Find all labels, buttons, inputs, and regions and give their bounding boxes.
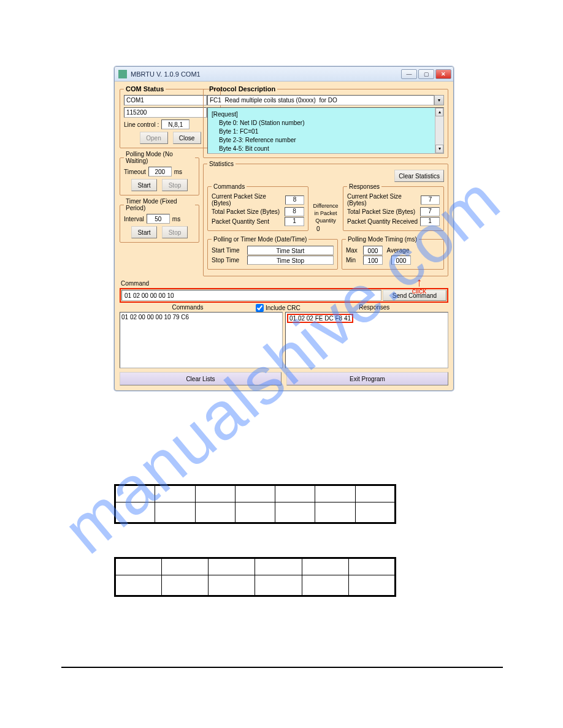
datetime-group: Polling or Timer Mode (Date/Time) Start … xyxy=(207,236,338,270)
app-window: MBRTU V. 1.0.9 COM1 — ▢ ✕ COM Status ▾ ▾ xyxy=(114,66,454,391)
min-label: Min xyxy=(346,257,361,264)
commands-list[interactable]: 01 02 00 00 00 10 79 C6 xyxy=(120,312,283,368)
starttime-label: Start Time xyxy=(212,247,245,254)
commands-stats-legend: Commands xyxy=(212,183,247,190)
interval-unit: ms xyxy=(172,216,180,222)
timing-group: Polling Mode Timing (ms) Max000 Average … xyxy=(342,236,444,270)
protocol-text-request: [Request] xyxy=(212,110,440,119)
scroll-up-icon[interactable]: ▴ xyxy=(435,108,443,116)
command-label: Command xyxy=(121,280,448,287)
timer-mode-legend: Timer Mode (Fixed Period) xyxy=(124,198,195,211)
close-port-button[interactable]: Close xyxy=(173,132,201,144)
polling-stop-button[interactable]: Stop xyxy=(162,179,188,191)
protocol-description-group: Protocol Description ▾ [Request] Byte 0:… xyxy=(203,85,448,158)
list-item[interactable]: 01 02 00 00 00 10 79 C6 xyxy=(121,314,189,320)
chevron-down-icon[interactable]: ▾ xyxy=(434,95,444,105)
scrollbar[interactable]: ▴▾ xyxy=(435,108,443,153)
rsp-tps-label: Total Packet Size (Bytes) xyxy=(347,208,415,215)
polling-mode-legend: Polling Mode (No Waiting) xyxy=(124,151,195,164)
stoptime-value: Time Stop xyxy=(247,256,334,265)
datetime-legend: Polling or Timer Mode (Date/Time) xyxy=(212,236,308,243)
command-input[interactable] xyxy=(121,290,381,301)
click-annotation: ↑ click xyxy=(412,277,426,295)
titlebar[interactable]: MBRTU V. 1.0.9 COM1 — ▢ ✕ xyxy=(115,67,453,82)
response-frame-table xyxy=(114,557,396,597)
app-icon xyxy=(118,70,127,78)
timing-legend: Polling Mode Timing (ms) xyxy=(346,236,419,243)
min-value: 100 xyxy=(363,256,383,265)
com-port-select[interactable] xyxy=(124,95,207,105)
protocol-text-line: Byte 0: Net ID (Station number) xyxy=(212,119,440,127)
timeout-label: Timeout xyxy=(124,169,146,175)
avg-label: Average xyxy=(385,247,411,254)
horizontal-rule xyxy=(61,667,503,668)
line-control-label: Line control : xyxy=(124,121,159,128)
interval-input[interactable] xyxy=(147,214,170,224)
open-button[interactable]: Open xyxy=(140,132,168,144)
list-item[interactable]: 01 02 02 FE DC F8 41 xyxy=(287,314,353,323)
commands-list-label: Commands xyxy=(120,304,256,312)
baud-rate-select[interactable] xyxy=(124,107,207,118)
clear-statistics-button[interactable]: Clear Statistics xyxy=(394,170,444,182)
include-crc-checkbox[interactable] xyxy=(256,304,264,312)
line-control-input[interactable] xyxy=(161,119,190,129)
rsp-pqr-value: 1 xyxy=(420,217,440,226)
statistics-group: Statistics Clear Statistics Commands Cur… xyxy=(203,161,448,276)
protocol-select[interactable] xyxy=(207,95,434,105)
document-tables xyxy=(114,484,396,630)
protocol-text-area[interactable]: [Request] Byte 0: Net ID (Station number… xyxy=(207,107,444,154)
command-row-highlight: Send Command xyxy=(120,288,448,303)
polling-start-button[interactable]: Start xyxy=(131,179,157,191)
cmd-pqs-value: 1 xyxy=(285,217,304,226)
request-frame-table xyxy=(114,484,396,524)
clear-lists-button[interactable]: Clear Lists xyxy=(120,372,282,385)
diff-label: Quantity xyxy=(315,218,336,224)
rsp-cps-value: 7 xyxy=(421,195,440,205)
responses-list[interactable]: 01 02 02 FE DC F8 41 xyxy=(285,312,448,368)
responses-stats-legend: Responses xyxy=(347,183,381,190)
maximize-button[interactable]: ▢ xyxy=(418,69,434,79)
diff-label: Difference xyxy=(313,203,339,210)
statistics-legend: Statistics xyxy=(207,161,236,167)
polling-mode-group: Polling Mode (No Waiting) Timeout ms Sta… xyxy=(120,151,199,195)
interval-label: Interval xyxy=(124,216,144,222)
cmd-pqs-label: Packet Quantity Sent xyxy=(212,218,269,225)
rsp-pqr-label: Packet Quantity Received xyxy=(347,218,418,225)
include-crc-label: Include CRC xyxy=(266,305,301,311)
protocol-text-line: Byte 4-5: Bit count xyxy=(212,145,440,153)
rsp-tps-value: 7 xyxy=(420,207,440,216)
protocol-text-line: Byte 1: FC=01 xyxy=(212,127,440,136)
timer-stop-button[interactable]: Stop xyxy=(162,226,188,238)
timeout-input[interactable] xyxy=(148,167,172,176)
responses-stats-group: Responses Current Packet Size (Bytes)7 T… xyxy=(343,183,444,231)
responses-list-label: Responses xyxy=(301,304,448,312)
cmd-cps-value: 8 xyxy=(285,195,304,205)
exit-program-button[interactable]: Exit Program xyxy=(286,372,448,385)
diff-label: in Packet xyxy=(314,211,337,217)
cmd-cps-label: Current Packet Size (Bytes) xyxy=(212,193,285,207)
close-button[interactable]: ✕ xyxy=(435,69,451,79)
window-title: MBRTU V. 1.0.9 COM1 xyxy=(131,70,397,78)
stoptime-label: Stop Time xyxy=(212,257,245,264)
avg-value: 000 xyxy=(391,256,411,265)
protocol-text-line: Byte 2-3: Reference number xyxy=(212,136,440,145)
cmd-tps-label: Total Packet Size (Bytes) xyxy=(212,208,280,215)
cmd-tps-value: 8 xyxy=(285,207,304,216)
starttime-value: Time Start xyxy=(247,246,334,255)
commands-stats-group: Commands Current Packet Size (Bytes)8 To… xyxy=(207,183,308,231)
rsp-cps-label: Current Packet Size (Bytes) xyxy=(347,193,421,207)
click-label: click xyxy=(412,287,426,295)
protocol-legend: Protocol Description xyxy=(207,85,277,93)
diff-value: 0 xyxy=(316,226,335,232)
com-status-legend: COM Status xyxy=(124,85,166,93)
arrow-up-icon: ↑ xyxy=(412,277,426,287)
timer-mode-group: Timer Mode (Fixed Period) Interval ms St… xyxy=(120,198,199,243)
max-value: 000 xyxy=(363,246,383,255)
scroll-down-icon[interactable]: ▾ xyxy=(435,145,443,153)
timer-start-button[interactable]: Start xyxy=(131,226,157,238)
minimize-button[interactable]: — xyxy=(401,69,417,79)
max-label: Max xyxy=(346,247,361,254)
timeout-unit: ms xyxy=(174,169,182,175)
